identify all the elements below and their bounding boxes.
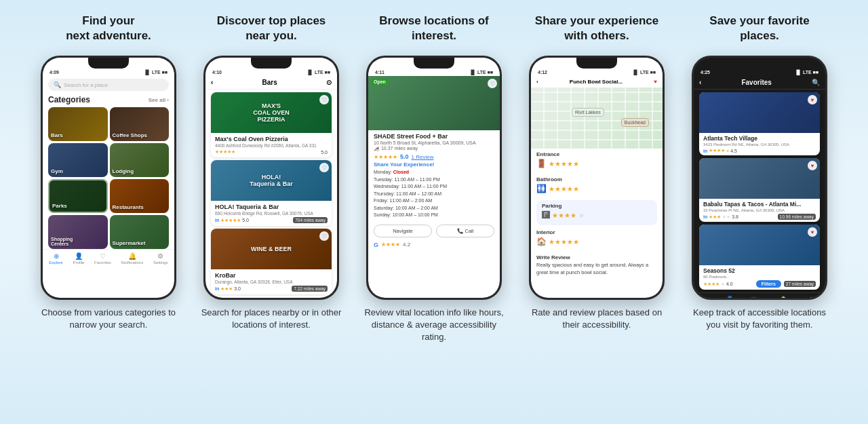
- fav-rating-num-2: 3.8: [732, 214, 738, 219]
- hours-saturday: Saturday: 10:00 AM – 2:00 AM: [374, 205, 494, 212]
- entrance-stars[interactable]: ★★★★★: [549, 160, 579, 168]
- category-coffee[interactable]: Coffee Shops: [110, 107, 170, 141]
- in-logo-1: in: [703, 149, 707, 153]
- section-title-parking: Parking: [542, 203, 652, 209]
- feature-desc-1: Choose from various categories to narrow…: [37, 307, 180, 331]
- back-icon-2[interactable]: ‹: [211, 79, 213, 86]
- nav-settings-5[interactable]: ⚙ Settings: [804, 296, 819, 298]
- nav-settings[interactable]: ⚙ Settings: [153, 252, 168, 265]
- write-review-text[interactable]: Really spacious and easy to get around. …: [536, 262, 657, 276]
- fav-filters-btn[interactable]: Filters: [756, 280, 781, 288]
- bars-img-1: MAX'SCOAL OVENPIZZERIA ♡: [211, 92, 332, 133]
- bars-card-2[interactable]: HOLA!Taqueria & Bar ♡ HOLA! Taqueria & B…: [211, 160, 332, 226]
- bars-card-info-3: KroBar Durango, Atlanta, GA 30328, Etler…: [211, 269, 332, 294]
- signal-2: ▐▌ LTE ■■: [307, 70, 330, 75]
- time-4: 4:12: [538, 70, 547, 75]
- categories-label: Categories: [48, 95, 90, 104]
- feature-desc-5: Keep track of accessible locations you v…: [688, 307, 831, 331]
- phone-frame-2: 4:10 ▐▌ LTE ■■ ‹ Bars ⊙ MAX'SCOAL OVENPI…: [203, 56, 339, 300]
- section-title-entrance: Entrance: [536, 151, 657, 157]
- phone-screen-5: 4:25 ▐▌ LTE ■■ ‹ Favorites 🔍 ♥: [694, 58, 825, 298]
- category-parks[interactable]: Parks: [48, 179, 108, 213]
- nav-label-explore: Explore: [49, 261, 62, 265]
- parking-stars[interactable]: ★★★★: [552, 212, 576, 219]
- category-label-lodging: Lodging: [113, 168, 134, 174]
- search-bar-1[interactable]: 🔍 Search for a place: [48, 79, 169, 91]
- bottom-nav-1: ⊕ Explore 👤 Profile ♡ Favorites 🔔: [43, 249, 174, 267]
- bars-place-name-2: HOLA! Taqueria & Bar: [215, 204, 328, 210]
- fav-img-3: ♥: [699, 225, 820, 265]
- nav-explore[interactable]: ⊕ Explore: [49, 252, 62, 265]
- rating-2: 5.0: [242, 218, 249, 223]
- bars-place-addr-2: 680 Holcomb Bridge Rd, Roswell, GA 30076…: [215, 211, 328, 216]
- feature-col-1: Find your next adventure. 4:09 ▐▌ LTE ■■…: [31, 14, 186, 331]
- hours-thursday: Thursday: 11:00 AM – 12:00 AM: [374, 191, 494, 198]
- nav-explore-5[interactable]: ⊕ Explore: [700, 296, 713, 298]
- fav-card-2[interactable]: ♥ Babalu Tapas & Tacos - Atlanta Mi... 3…: [699, 158, 820, 222]
- location-review-link[interactable]: 1 Review: [412, 154, 434, 160]
- map-label2: Buckhead: [621, 118, 649, 127]
- fav-heart-3[interactable]: ♥: [808, 227, 817, 237]
- fav-stars-1: ★★★★: [709, 148, 725, 153]
- search-icon-5[interactable]: 🔍: [812, 79, 820, 86]
- back-icon-4[interactable]: ‹: [536, 79, 538, 85]
- nav-profile[interactable]: 👤 Profile: [73, 252, 84, 265]
- share-experience-link[interactable]: Share Your Experience!: [374, 161, 494, 168]
- categories-grid: Bars Coffee Shops Gym Lodging: [43, 107, 174, 249]
- fav-place-addr-1: 3423 Piedmont Rd NE, Atlanta, GA 30305, …: [703, 142, 816, 147]
- fav-heart-1[interactable]: ♥: [808, 95, 817, 104]
- bathroom-stars[interactable]: ★★★★★: [549, 185, 579, 193]
- signal-3: ▐▌ LTE ■■: [469, 70, 493, 75]
- fav-heart-2[interactable]: ♥: [808, 161, 817, 170]
- fav-card-3[interactable]: ♥ Seasons 52 90 Piedmont... ★★★★ ★ 4.0: [699, 225, 820, 290]
- fav-card-info-2: Babalu Tapas & Tacos - Atlanta Mi... 33 …: [699, 199, 820, 222]
- nav-notifications-5[interactable]: 🔔 Notifications: [772, 296, 795, 298]
- feature-title-1: Find your next adventure.: [66, 14, 151, 49]
- fav-img-bg-1: [699, 92, 820, 133]
- google-stars: ★★★★: [381, 242, 400, 248]
- category-bars[interactable]: Bars: [48, 107, 108, 141]
- category-lodging[interactable]: Lodging: [110, 143, 170, 177]
- fav-rating-num-3: 4.0: [726, 282, 733, 286]
- category-supermarket[interactable]: Supermarket: [110, 215, 170, 249]
- time-3: 4:11: [375, 70, 384, 75]
- category-gym[interactable]: Gym: [48, 143, 108, 177]
- signal-5: ▐▌ LTE ■■: [795, 70, 818, 75]
- fav-empty-stars-2: ★★: [722, 214, 730, 220]
- bars-img-text-1: MAX'SCOAL OVENPIZZERIA: [253, 102, 289, 123]
- bottom-nav-5: ⊕ Explore 👤 Profile ♡ Favorites 🔔: [694, 292, 825, 298]
- bars-card-3[interactable]: WINE & BEER ♡ KroBar Durango, Atlanta, G…: [211, 229, 332, 294]
- save-icon-1[interactable]: ♡: [319, 95, 329, 104]
- fav-card-1[interactable]: ♥ Atlanta Tech Village 3423 Piedmont Rd …: [699, 92, 820, 155]
- notifications-icon-5: 🔔: [779, 296, 787, 298]
- favorites-icon: ♡: [100, 252, 106, 260]
- phone-screen-1: 4:09 ▐▌ LTE ■■ 🔍 Search for a place Cate…: [43, 58, 174, 298]
- call-button[interactable]: 📞 Call: [436, 225, 494, 237]
- bars-card-1[interactable]: MAX'SCOAL OVENPIZZERIA ♡ Max's Coal Oven…: [211, 92, 332, 157]
- interior-stars[interactable]: ★★★★★: [549, 238, 579, 246]
- save-icon-3[interactable]: ♡: [319, 231, 329, 241]
- category-restaurants[interactable]: Restaurants: [110, 179, 170, 213]
- nav-notifications[interactable]: 🔔 Notifications: [121, 252, 144, 265]
- phone-frame-4: 4:12 ▐▌ LTE ■■ ‹ Punch Bowl Social... ♥ …: [529, 56, 665, 300]
- category-shopping[interactable]: ShoppingCenters: [48, 215, 108, 249]
- see-all-link[interactable]: See all ›: [149, 97, 169, 103]
- nav-favorites-5[interactable]: ♡ Favorites: [745, 296, 762, 298]
- heart-icon-4[interactable]: ♥: [654, 79, 657, 85]
- fav-img-2: ♥: [699, 158, 820, 199]
- filter-icon-2[interactable]: ⊙: [326, 79, 332, 86]
- bars-card-footer-2: in ★★★★★ 5.0 704 miles away: [215, 217, 328, 223]
- back-icon-5[interactable]: ‹: [699, 79, 701, 86]
- location-name: SHADE Street Food + Bar: [374, 133, 494, 140]
- nav-profile-5[interactable]: 👤 Profile: [724, 296, 735, 298]
- monday-status: Closed: [393, 170, 409, 174]
- location-save-icon[interactable]: ♡: [488, 79, 497, 88]
- location-hours: Monday: Closed Tuesday: 11:00 AM – 11:00…: [374, 169, 494, 219]
- nav-favorites[interactable]: ♡ Favorites: [94, 252, 111, 265]
- bars-title: Bars: [262, 79, 277, 86]
- save-icon-2[interactable]: ♡: [319, 163, 329, 172]
- category-label-gym: Gym: [51, 168, 63, 174]
- dist-icon: 🦽: [374, 146, 380, 151]
- navigate-button[interactable]: Navigate: [374, 225, 432, 237]
- phone-notch-3: [414, 58, 454, 69]
